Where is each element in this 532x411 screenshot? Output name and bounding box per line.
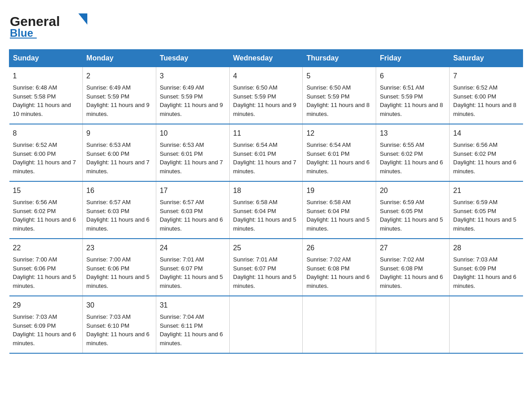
day-number: 26 bbox=[306, 243, 372, 253]
calendar-body: 1 Sunrise: 6:48 AMSunset: 5:58 PMDayligh… bbox=[9, 67, 523, 354]
day-number: 25 bbox=[233, 243, 299, 253]
calendar-cell: 4 Sunrise: 6:50 AMSunset: 5:59 PMDayligh… bbox=[229, 67, 303, 124]
day-number: 13 bbox=[380, 128, 446, 139]
day-number: 11 bbox=[233, 128, 299, 139]
day-number: 30 bbox=[86, 300, 152, 311]
day-info: Sunrise: 6:54 AMSunset: 6:01 PMDaylight:… bbox=[306, 141, 372, 176]
calendar-cell: 16 Sunrise: 6:57 AMSunset: 6:03 PMDaylig… bbox=[82, 181, 156, 239]
calendar-cell: 11 Sunrise: 6:54 AMSunset: 6:01 PMDaylig… bbox=[229, 124, 303, 181]
calendar-cell: 24 Sunrise: 7:01 AMSunset: 6:07 PMDaylig… bbox=[156, 239, 229, 296]
calendar-cell: 28 Sunrise: 7:03 AMSunset: 6:09 PMDaylig… bbox=[450, 239, 523, 296]
day-info: Sunrise: 6:59 AMSunset: 6:05 PMDaylight:… bbox=[453, 198, 519, 233]
day-info: Sunrise: 7:01 AMSunset: 6:07 PMDaylight:… bbox=[160, 255, 226, 290]
day-number: 28 bbox=[453, 243, 519, 253]
day-header-monday: Monday bbox=[82, 50, 156, 67]
day-info: Sunrise: 7:03 AMSunset: 6:09 PMDaylight:… bbox=[453, 255, 519, 290]
calendar-cell: 18 Sunrise: 6:58 AMSunset: 6:04 PMDaylig… bbox=[229, 181, 303, 239]
calendar-cell: 9 Sunrise: 6:53 AMSunset: 6:00 PMDayligh… bbox=[82, 124, 156, 181]
calendar-cell: 13 Sunrise: 6:55 AMSunset: 6:02 PMDaylig… bbox=[376, 124, 450, 181]
calendar-cell: 30 Sunrise: 7:03 AMSunset: 6:10 PMDaylig… bbox=[82, 296, 156, 353]
week-row-2: 8 Sunrise: 6:52 AMSunset: 6:00 PMDayligh… bbox=[9, 124, 523, 181]
day-info: Sunrise: 6:56 AMSunset: 6:02 PMDaylight:… bbox=[13, 198, 79, 233]
day-info: Sunrise: 6:56 AMSunset: 6:02 PMDaylight:… bbox=[453, 141, 519, 176]
days-header-row: SundayMondayTuesdayWednesdayThursdayFrid… bbox=[9, 50, 523, 67]
day-info: Sunrise: 6:54 AMSunset: 6:01 PMDaylight:… bbox=[233, 141, 299, 176]
calendar-cell: 6 Sunrise: 6:51 AMSunset: 5:59 PMDayligh… bbox=[376, 67, 450, 124]
calendar-table: SundayMondayTuesdayWednesdayThursdayFrid… bbox=[9, 49, 523, 354]
day-info: Sunrise: 6:58 AMSunset: 6:04 PMDaylight:… bbox=[233, 198, 299, 233]
week-row-5: 29 Sunrise: 7:03 AMSunset: 6:09 PMDaylig… bbox=[9, 296, 523, 353]
day-number: 16 bbox=[86, 185, 152, 196]
page-header: General Blue bbox=[9, 9, 523, 40]
day-header-thursday: Thursday bbox=[303, 50, 376, 67]
day-header-tuesday: Tuesday bbox=[156, 50, 229, 67]
calendar-cell: 15 Sunrise: 6:56 AMSunset: 6:02 PMDaylig… bbox=[9, 181, 83, 239]
day-number: 8 bbox=[13, 128, 79, 139]
calendar-cell bbox=[303, 296, 376, 353]
calendar-header: SundayMondayTuesdayWednesdayThursdayFrid… bbox=[9, 50, 523, 67]
day-info: Sunrise: 6:58 AMSunset: 6:04 PMDaylight:… bbox=[306, 198, 372, 233]
day-info: Sunrise: 6:48 AMSunset: 5:58 PMDaylight:… bbox=[13, 83, 79, 118]
day-header-friday: Friday bbox=[376, 50, 450, 67]
day-number: 2 bbox=[86, 71, 152, 81]
calendar-cell: 20 Sunrise: 6:59 AMSunset: 6:05 PMDaylig… bbox=[376, 181, 450, 239]
day-info: Sunrise: 6:57 AMSunset: 6:03 PMDaylight:… bbox=[86, 198, 152, 233]
calendar-cell: 1 Sunrise: 6:48 AMSunset: 5:58 PMDayligh… bbox=[9, 67, 83, 124]
logo: General Blue bbox=[9, 9, 90, 40]
day-header-sunday: Sunday bbox=[9, 50, 83, 67]
calendar-cell: 19 Sunrise: 6:58 AMSunset: 6:04 PMDaylig… bbox=[303, 181, 376, 239]
day-header-wednesday: Wednesday bbox=[229, 50, 303, 67]
calendar-cell: 12 Sunrise: 6:54 AMSunset: 6:01 PMDaylig… bbox=[303, 124, 376, 181]
day-number: 4 bbox=[233, 71, 299, 81]
day-info: Sunrise: 7:00 AMSunset: 6:06 PMDaylight:… bbox=[13, 255, 79, 290]
svg-text:Blue: Blue bbox=[10, 27, 33, 39]
calendar-cell: 5 Sunrise: 6:50 AMSunset: 5:59 PMDayligh… bbox=[303, 67, 376, 124]
day-number: 6 bbox=[380, 71, 446, 81]
calendar-cell: 8 Sunrise: 6:52 AMSunset: 6:00 PMDayligh… bbox=[9, 124, 83, 181]
day-number: 23 bbox=[86, 243, 152, 253]
calendar-cell: 23 Sunrise: 7:00 AMSunset: 6:06 PMDaylig… bbox=[82, 239, 156, 296]
day-info: Sunrise: 7:03 AMSunset: 6:10 PMDaylight:… bbox=[86, 313, 152, 347]
day-number: 15 bbox=[13, 185, 79, 196]
calendar-cell: 7 Sunrise: 6:52 AMSunset: 6:00 PMDayligh… bbox=[450, 67, 523, 124]
day-number: 21 bbox=[453, 185, 519, 196]
day-number: 19 bbox=[306, 185, 372, 196]
day-number: 31 bbox=[160, 300, 226, 311]
day-number: 20 bbox=[380, 185, 446, 196]
calendar-cell: 3 Sunrise: 6:49 AMSunset: 5:59 PMDayligh… bbox=[156, 67, 229, 124]
day-number: 7 bbox=[453, 71, 519, 81]
day-number: 9 bbox=[86, 128, 152, 139]
day-info: Sunrise: 6:55 AMSunset: 6:02 PMDaylight:… bbox=[380, 141, 446, 176]
calendar-cell: 25 Sunrise: 7:01 AMSunset: 6:07 PMDaylig… bbox=[229, 239, 303, 296]
logo-svg: General Blue bbox=[9, 9, 90, 40]
day-info: Sunrise: 6:59 AMSunset: 6:05 PMDaylight:… bbox=[380, 198, 446, 233]
day-number: 27 bbox=[380, 243, 446, 253]
day-info: Sunrise: 7:04 AMSunset: 6:11 PMDaylight:… bbox=[160, 313, 226, 347]
calendar-cell bbox=[229, 296, 303, 353]
day-header-saturday: Saturday bbox=[450, 50, 523, 67]
calendar-cell: 17 Sunrise: 6:57 AMSunset: 6:03 PMDaylig… bbox=[156, 181, 229, 239]
calendar-cell: 2 Sunrise: 6:49 AMSunset: 5:59 PMDayligh… bbox=[82, 67, 156, 124]
day-info: Sunrise: 6:53 AMSunset: 6:00 PMDaylight:… bbox=[86, 141, 152, 176]
day-number: 22 bbox=[13, 243, 79, 253]
day-info: Sunrise: 6:52 AMSunset: 6:00 PMDaylight:… bbox=[13, 141, 79, 176]
day-info: Sunrise: 7:03 AMSunset: 6:09 PMDaylight:… bbox=[13, 313, 79, 347]
calendar-cell bbox=[450, 296, 523, 353]
day-number: 29 bbox=[13, 300, 79, 311]
calendar-cell: 22 Sunrise: 7:00 AMSunset: 6:06 PMDaylig… bbox=[9, 239, 83, 296]
day-number: 24 bbox=[160, 243, 226, 253]
calendar-cell bbox=[376, 296, 450, 353]
day-number: 12 bbox=[306, 128, 372, 139]
calendar-cell: 21 Sunrise: 6:59 AMSunset: 6:05 PMDaylig… bbox=[450, 181, 523, 239]
day-number: 18 bbox=[233, 185, 299, 196]
day-info: Sunrise: 7:02 AMSunset: 6:08 PMDaylight:… bbox=[306, 255, 372, 290]
day-number: 17 bbox=[160, 185, 226, 196]
day-number: 10 bbox=[160, 128, 226, 139]
week-row-4: 22 Sunrise: 7:00 AMSunset: 6:06 PMDaylig… bbox=[9, 239, 523, 296]
day-info: Sunrise: 6:57 AMSunset: 6:03 PMDaylight:… bbox=[160, 198, 226, 233]
day-info: Sunrise: 6:50 AMSunset: 5:59 PMDaylight:… bbox=[233, 83, 299, 118]
day-info: Sunrise: 6:49 AMSunset: 5:59 PMDaylight:… bbox=[160, 83, 226, 118]
day-number: 14 bbox=[453, 128, 519, 139]
calendar-cell: 29 Sunrise: 7:03 AMSunset: 6:09 PMDaylig… bbox=[9, 296, 83, 353]
day-number: 1 bbox=[13, 71, 79, 81]
